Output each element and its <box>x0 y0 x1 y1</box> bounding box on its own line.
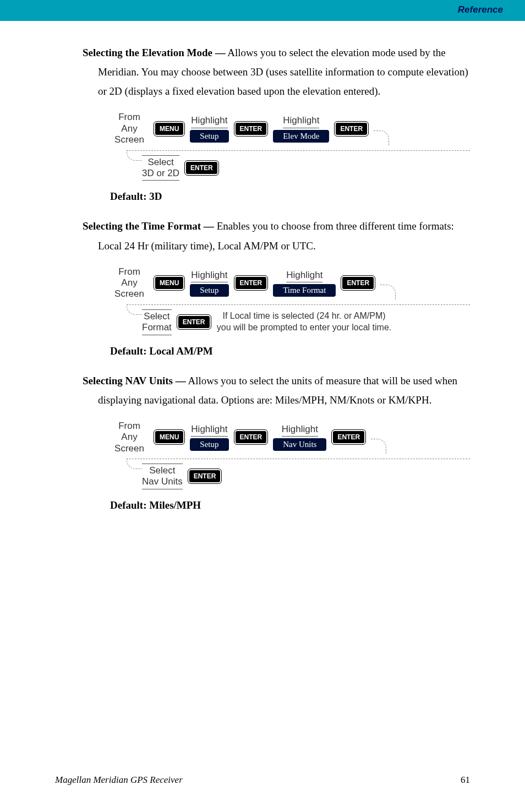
setup-pill: Setup <box>190 438 228 451</box>
default-1: Default: 3D <box>110 190 470 203</box>
enter-button: ENTER <box>185 161 218 175</box>
section-3-text: Selecting NAV Units — Allows you to sele… <box>83 371 470 410</box>
section-1-text: Selecting the Elevation Mode — Allows yo… <box>83 43 470 101</box>
section-2-text: Selecting the Time Format — Enables you … <box>83 216 470 255</box>
highlight-label: Highlight <box>191 270 227 282</box>
page-number: 61 <box>461 775 470 786</box>
header-bar: Reference <box>0 0 525 21</box>
default-3: Default: Miles/MPH <box>110 499 470 511</box>
enter-button: ENTER <box>335 122 368 136</box>
time-format-pill: Time Format <box>273 284 336 297</box>
from-any-screen: From Any Screen <box>110 266 149 300</box>
from-any-screen: From Any Screen <box>110 421 149 454</box>
flow-diagram-1: From Any Screen MENU Highlight Setup ENT… <box>110 112 470 181</box>
highlight-label: Highlight <box>282 424 318 437</box>
section-1-title: Selecting the Elevation Mode — <box>83 47 226 58</box>
setup-pill: Setup <box>190 130 228 143</box>
enter-button: ENTER <box>234 430 268 444</box>
elev-mode-pill: Elev Mode <box>273 130 329 143</box>
connector-arc <box>371 439 386 454</box>
enter-button: ENTER <box>234 122 268 136</box>
enter-button: ENTER <box>188 469 222 483</box>
page-footer: Magellan Meridian GPS Receiver 61 <box>55 775 470 786</box>
menu-button: MENU <box>154 276 184 290</box>
connector-line <box>127 459 470 459</box>
connector-arc <box>127 459 142 469</box>
highlight-label: Highlight <box>286 270 322 282</box>
select-step: Select Nav Units <box>142 464 183 489</box>
from-any-screen: From Any Screen <box>110 112 149 145</box>
footer-title: Magellan Meridian GPS Receiver <box>55 775 183 786</box>
section-2-title: Selecting the Time Format — <box>83 220 214 232</box>
flow-diagram-2: From Any Screen MENU Highlight Setup ENT… <box>110 266 470 335</box>
enter-button: ENTER <box>332 430 365 444</box>
highlight-label: Highlight <box>191 115 227 128</box>
connector-arc <box>380 285 396 300</box>
highlight-label: Highlight <box>191 424 227 437</box>
flow-diagram-3: From Any Screen MENU Highlight Setup ENT… <box>110 421 470 489</box>
highlight-label: Highlight <box>283 115 319 128</box>
enter-button: ENTER <box>234 276 268 290</box>
enter-button: ENTER <box>341 276 375 290</box>
menu-button: MENU <box>154 122 184 136</box>
select-step: Select Format <box>142 309 172 335</box>
connector-line <box>127 150 470 151</box>
select-step: Select 3D or 2D <box>142 155 179 181</box>
page-content: Selecting the Elevation Mode — Allows yo… <box>0 21 525 511</box>
menu-button: MENU <box>154 430 184 444</box>
connector-arc <box>374 130 389 146</box>
setup-pill: Setup <box>190 284 228 297</box>
section-3-title: Selecting NAV Units — <box>83 375 186 386</box>
nav-units-pill: Nav Units <box>273 438 326 451</box>
flow-note: If Local time is selected (24 hr. or AM/… <box>216 310 392 334</box>
connector-arc <box>127 151 142 161</box>
enter-button: ENTER <box>177 315 211 329</box>
connector-line <box>127 304 470 305</box>
connector-arc <box>127 305 142 315</box>
default-2: Default: Local AM/PM <box>110 345 470 357</box>
header-reference-label: Reference <box>458 4 503 15</box>
